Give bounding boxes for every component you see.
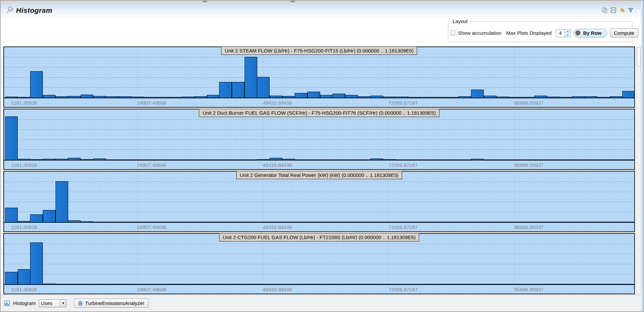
histogram-bar <box>181 222 194 222</box>
stepper-down-icon[interactable]: ▼ <box>565 33 570 37</box>
analyzer-button-label: TurbineEmissionsAnalyzer <box>85 300 144 306</box>
histogram-bar <box>446 222 459 222</box>
x-tick-label: 48433.68438 <box>263 287 292 292</box>
max-plots-label: Max Plots Displayed <box>506 30 552 36</box>
histogram-bar <box>207 284 219 284</box>
histogram-bar <box>282 96 295 98</box>
histogram-bar <box>68 96 81 98</box>
x-tick-label: 48433.68438 <box>263 100 292 106</box>
histogram-bar <box>559 97 572 98</box>
histogram-bar <box>459 222 471 222</box>
histogram-bar <box>295 222 307 222</box>
histogram-chart-icon <box>4 301 10 306</box>
gridline-horizontal <box>4 149 634 150</box>
histogram-bar <box>559 160 572 160</box>
histogram-bar <box>610 284 623 284</box>
histogram-title: Unit 2 Generator Total Real Power (kW) (… <box>236 171 402 179</box>
x-tick-label: 1181.30938 <box>11 224 37 230</box>
max-plots-value[interactable]: 4 <box>556 29 565 37</box>
histogram-bar <box>358 222 370 222</box>
histogram-bar <box>383 284 396 284</box>
app-window: Histogram <box>0 0 644 312</box>
gridline-horizontal <box>4 77 634 78</box>
vertical-scrollbar[interactable] <box>636 46 641 294</box>
histogram-bar <box>395 97 408 98</box>
gridline-horizontal <box>4 129 634 130</box>
uses-dropdown[interactable]: Uses ▼ <box>39 299 66 307</box>
histogram-bar <box>219 82 232 98</box>
histogram-title: Unit 2 Duct Burner FUEL GAS FLOW (SCF/Hr… <box>199 109 439 117</box>
histogram-bar <box>522 222 534 222</box>
window-top-notch <box>202 1 207 2</box>
histogram-bar <box>345 284 358 284</box>
histogram-bar <box>56 159 68 160</box>
histogram-bar <box>56 284 68 284</box>
histogram-bar <box>219 222 232 222</box>
histogram-bar <box>194 96 207 98</box>
histogram-bar <box>144 284 156 284</box>
histogram-bar <box>547 284 559 284</box>
gridline-horizontal <box>4 119 634 120</box>
layout-controls: Show accumulation Max Plots Displayed 4 … <box>450 28 630 37</box>
histogram-bar <box>169 160 182 160</box>
histogram-bar <box>5 97 18 98</box>
histogram-bar <box>421 284 434 284</box>
histogram-bar <box>370 96 383 98</box>
histogram-bar <box>433 222 446 222</box>
histogram-bar <box>307 222 320 222</box>
histogram-bar <box>156 284 169 284</box>
turbine-emissions-analyzer-button[interactable]: TurbineEmissionsAnalyzer <box>74 299 149 308</box>
histogram-bar <box>295 93 307 98</box>
histogram-bar <box>610 160 623 160</box>
histogram-bar <box>131 284 144 284</box>
histogram-bar <box>345 95 358 98</box>
gridline-horizontal <box>4 274 634 274</box>
page-title: Histogram <box>16 6 52 14</box>
histogram-bar <box>597 284 610 284</box>
histogram-bar <box>459 96 471 98</box>
histogram-bar <box>383 222 396 222</box>
pushpin-icon <box>5 6 14 16</box>
histogram-bar <box>245 160 257 160</box>
gridline-vertical <box>11 47 11 98</box>
histogram-bar <box>496 97 509 98</box>
by-row-toggle[interactable]: By Row <box>573 29 607 37</box>
histogram-bar <box>257 284 270 284</box>
gridline-horizontal <box>4 139 634 140</box>
histogram-bar <box>106 222 118 222</box>
x-tick-label: 72059.87187 <box>388 162 418 168</box>
chevron-down-icon: ▼ <box>60 300 66 307</box>
histogram-bar <box>5 116 18 160</box>
histogram-bar <box>459 284 471 284</box>
histogram-bar <box>471 284 484 284</box>
stepper-up-icon[interactable]: ▲ <box>565 29 570 33</box>
save-icon[interactable] <box>610 7 617 13</box>
histogram-bar <box>345 222 358 222</box>
histogram-bar <box>156 97 169 98</box>
compute-button[interactable]: Compute <box>610 28 638 37</box>
histogram-bar <box>270 96 282 98</box>
histogram-bar <box>307 160 320 160</box>
filter-icon[interactable] <box>628 7 634 13</box>
histogram-bar <box>496 284 509 284</box>
histogram-bar <box>471 222 484 222</box>
gridline-horizontal <box>4 202 634 202</box>
histogram-bar <box>496 222 509 222</box>
histogram-bar <box>106 284 118 284</box>
copy-icon[interactable] <box>602 7 608 13</box>
scrollbar-thumb[interactable] <box>637 47 640 66</box>
histogram-panel: Unit 2 Duct Burner FUEL GAS FLOW (SCF/Hr… <box>3 109 635 170</box>
histogram-bar <box>597 160 610 160</box>
x-tick-label: 24807.49688 <box>137 224 166 230</box>
histogram-bar <box>93 159 106 160</box>
histogram-bar <box>56 96 68 98</box>
x-axis-labels: 1181.3093824807.4968848433.6843872059.87… <box>4 223 634 231</box>
histogram-bar <box>307 284 320 284</box>
histogram-bar <box>194 284 207 284</box>
histogram-bar <box>144 160 156 160</box>
undo-icon[interactable] <box>619 7 625 13</box>
histogram-bar <box>547 222 559 222</box>
x-tick-label: 48433.68438 <box>263 224 292 230</box>
show-accumulation-checkbox[interactable] <box>450 30 455 35</box>
histogram-bar <box>43 210 56 222</box>
